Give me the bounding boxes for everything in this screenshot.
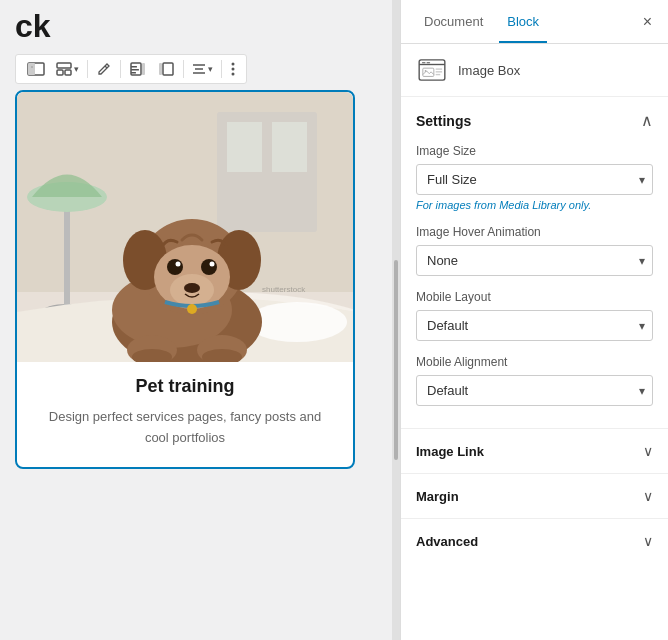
svg-rect-1	[28, 63, 35, 75]
svg-rect-50	[422, 62, 426, 63]
advanced-header[interactable]: Advanced ∨	[401, 519, 668, 563]
svg-text:shutterstock: shutterstock	[262, 285, 306, 294]
image-hover-animation-group: Image Hover Animation None Grow Shrink P…	[416, 225, 653, 276]
mobile-layout-select[interactable]: Default Image Above Image Below Image Le…	[416, 310, 653, 341]
layout-chevron: ▾	[74, 64, 79, 74]
image-size-group: Image Size Full Size Large Medium Thumbn…	[416, 144, 653, 211]
svg-line-6	[105, 66, 107, 68]
advanced-section: Advanced ∨	[401, 518, 668, 563]
align-right-btn[interactable]	[153, 59, 179, 79]
pet-description: Design perfect services pages, fancy pos…	[37, 407, 333, 449]
block-name-label: Image Box	[458, 63, 520, 78]
layout-btn[interactable]: ▾	[52, 59, 83, 79]
more-options-icon	[231, 62, 235, 76]
pencil-btn[interactable]	[92, 59, 116, 79]
svg-point-38	[201, 259, 217, 275]
scroll-thumb[interactable]	[394, 260, 398, 460]
editor-area: ck ▾	[0, 0, 392, 640]
settings-title: Settings	[416, 113, 471, 129]
image-hover-animation-select[interactable]: None Grow Shrink Pulse	[416, 245, 653, 276]
image-size-select-wrapper: Full Size Large Medium Thumbnail ▾	[416, 164, 653, 195]
settings-collapse-btn[interactable]: ∧	[641, 111, 653, 130]
panel-tabs: Document Block ×	[401, 0, 668, 44]
align-left-icon	[130, 62, 146, 76]
image-container: shutterstock	[17, 92, 353, 362]
image-size-hint: For images from Media Library only.	[416, 199, 653, 211]
image-block-icon	[27, 62, 45, 76]
panel-divider	[392, 0, 400, 640]
margin-chevron: ∨	[643, 488, 653, 504]
mobile-layout-label: Mobile Layout	[416, 290, 653, 304]
toolbar-divider-2	[120, 60, 121, 78]
advanced-title: Advanced	[416, 534, 478, 549]
alignment-btn[interactable]: ▾	[188, 60, 217, 78]
svg-point-37	[167, 259, 183, 275]
settings-panel: Document Block × Image Box	[400, 0, 668, 640]
svg-rect-3	[57, 63, 71, 68]
pencil-icon	[97, 62, 111, 76]
image-hover-animation-label: Image Hover Animation	[416, 225, 653, 239]
svg-point-19	[232, 73, 235, 76]
margin-title: Margin	[416, 489, 459, 504]
svg-point-46	[187, 304, 197, 314]
align-right-icon	[158, 62, 174, 76]
image-link-header[interactable]: Image Link ∨	[401, 429, 668, 473]
ck-logo: ck	[15, 10, 382, 42]
svg-rect-26	[227, 122, 262, 172]
content-block: shutterstock Pet training Design perfect…	[15, 90, 355, 469]
settings-header-row: Settings ∧	[416, 111, 653, 130]
mobile-alignment-select[interactable]: Default Left Center Right	[416, 375, 653, 406]
image-size-label: Image Size	[416, 144, 653, 158]
margin-section: Margin ∨	[401, 473, 668, 518]
dog-illustration: shutterstock	[17, 92, 353, 362]
block-header: Image Box	[401, 44, 668, 97]
settings-section: Settings ∧ Image Size Full Size Large Me…	[401, 97, 668, 428]
block-tab[interactable]: Block	[499, 2, 547, 43]
image-box-icon	[416, 56, 448, 84]
image-link-title: Image Link	[416, 444, 484, 459]
svg-rect-27	[272, 122, 307, 172]
svg-rect-11	[142, 63, 145, 75]
layout-icon	[56, 62, 72, 76]
mobile-alignment-group: Mobile Alignment Default Left Center Rig…	[416, 355, 653, 406]
toolbar-divider-1	[87, 60, 88, 78]
image-link-chevron: ∨	[643, 443, 653, 459]
svg-rect-9	[131, 69, 139, 71]
svg-rect-5	[65, 70, 71, 75]
svg-rect-4	[57, 70, 63, 75]
svg-rect-8	[131, 66, 137, 68]
image-size-select[interactable]: Full Size Large Medium Thumbnail	[416, 164, 653, 195]
close-panel-btn[interactable]: ×	[639, 9, 656, 35]
mobile-alignment-select-wrapper: Default Left Center Right ▾	[416, 375, 653, 406]
block-toolbar: ▾	[15, 54, 247, 84]
document-tab[interactable]: Document	[416, 2, 491, 43]
svg-point-53	[425, 70, 427, 72]
image-link-section: Image Link ∨	[401, 428, 668, 473]
margin-header[interactable]: Margin ∨	[401, 474, 668, 518]
svg-rect-10	[131, 72, 136, 74]
svg-rect-51	[427, 62, 431, 63]
toolbar-divider-3	[183, 60, 184, 78]
mobile-layout-select-wrapper: Default Image Above Image Below Image Le…	[416, 310, 653, 341]
svg-rect-23	[64, 202, 70, 312]
svg-point-17	[232, 63, 235, 66]
svg-point-41	[184, 283, 200, 293]
content-text: Pet training Design perfect services pag…	[17, 362, 353, 467]
image-hover-animation-select-wrapper: None Grow Shrink Pulse ▾	[416, 245, 653, 276]
pet-title: Pet training	[37, 376, 333, 397]
advanced-chevron: ∨	[643, 533, 653, 549]
alignment-icon	[192, 63, 206, 75]
toolbar-divider-4	[221, 60, 222, 78]
svg-rect-12	[163, 63, 173, 75]
svg-rect-13	[159, 63, 162, 75]
alignment-chevron: ▾	[208, 64, 213, 74]
mobile-layout-group: Mobile Layout Default Image Above Image …	[416, 290, 653, 341]
more-options-btn[interactable]	[226, 59, 240, 79]
mobile-alignment-label: Mobile Alignment	[416, 355, 653, 369]
svg-point-18	[232, 68, 235, 71]
align-left-btn[interactable]	[125, 59, 151, 79]
image-block-btn[interactable]	[22, 59, 50, 79]
svg-point-39	[176, 262, 181, 267]
svg-point-40	[210, 262, 215, 267]
